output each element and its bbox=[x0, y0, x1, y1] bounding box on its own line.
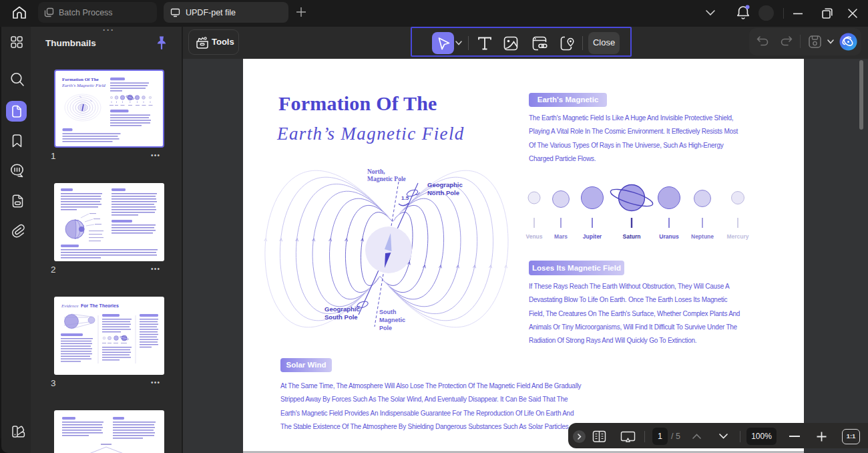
svg-text:South: South bbox=[379, 309, 397, 315]
svg-text:Evidence: Evidence bbox=[61, 303, 79, 309]
svg-text:Uranus: Uranus bbox=[659, 233, 679, 240]
svg-text:Neptune: Neptune bbox=[691, 233, 714, 240]
svg-text:Mercury: Mercury bbox=[726, 233, 748, 240]
svg-text:1.5: 1.5 bbox=[401, 195, 409, 201]
svg-text:North Pole: North Pole bbox=[427, 189, 459, 196]
svg-text:Saturn: Saturn bbox=[623, 233, 641, 240]
svg-text:South Pole: South Pole bbox=[324, 313, 358, 321]
svg-text:Pole: Pole bbox=[379, 325, 392, 331]
svg-text:Earth's Magnetic Field: Earth's Magnetic Field bbox=[61, 83, 105, 88]
svg-text:North,: North, bbox=[367, 168, 385, 175]
svg-text:Formation Of The: Formation Of The bbox=[62, 77, 99, 82]
svg-text:For The Theories: For The Theories bbox=[81, 303, 119, 308]
svg-text:Mars: Mars bbox=[554, 233, 568, 240]
svg-text:Magnetic: Magnetic bbox=[379, 317, 405, 323]
svg-text:Geographic: Geographic bbox=[324, 305, 360, 313]
svg-text:Magnetic Pole: Magnetic Pole bbox=[367, 176, 406, 182]
svg-text:Jupiter: Jupiter bbox=[583, 233, 602, 240]
svg-text:Geographic: Geographic bbox=[427, 181, 463, 188]
